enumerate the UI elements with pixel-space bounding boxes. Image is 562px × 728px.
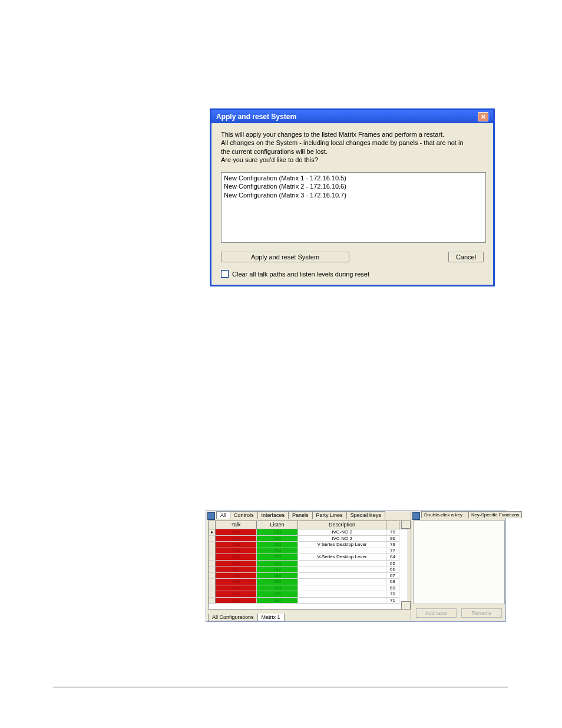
grid-header: Talk Listen Description [209,521,408,529]
cell-listen[interactable]: 191 [257,591,298,598]
cell-talk[interactable]: 185 [216,554,257,561]
cell-listen[interactable]: 141 [257,536,298,542]
tab-double-click-hint[interactable]: Double-click a key... [421,511,469,518]
dialog-button-row: Apply and reset System Cancel [221,252,484,262]
cell-listen[interactable]: 187 [257,566,298,573]
list-item[interactable]: New Configuration (Matrix 1 - 172.16.10.… [224,174,483,182]
cell-num[interactable]: 65 [386,561,399,567]
list-item[interactable]: New Configuration (Matrix 2 - 172.16.10.… [224,182,483,190]
scroll-up-button[interactable] [401,521,411,529]
tab-interfaces[interactable]: Interfaces [257,511,289,519]
cell-num[interactable]: 78 [386,542,399,548]
table-row[interactable]: 185185V-Series Desktop Lever64 [209,554,408,561]
table-row[interactable]: 18718766 [209,566,408,573]
cell-listen[interactable]: 188 [257,573,298,579]
tab-panels[interactable]: Panels [288,511,313,519]
tab-all[interactable]: All [216,511,230,519]
configurations-listbox[interactable]: New Configuration (Matrix 1 - 172.16.10.… [221,172,486,243]
separator [53,687,508,687]
close-button[interactable]: ✕ [478,112,488,121]
clear-paths-checkbox[interactable] [221,270,229,278]
cell-listen[interactable]: 189 [257,579,298,585]
table-row[interactable]: 19219271 [209,598,408,604]
cell-description[interactable]: IVC-NO 2 [298,529,386,536]
cell-description[interactable] [298,585,386,592]
cell-listen[interactable]: 140 [257,529,298,536]
tab-party-lines[interactable]: Party Lines [312,511,347,519]
cell-num[interactable]: 68 [386,579,399,585]
table-row[interactable]: 18618665 [209,561,408,567]
tab-matrix-1[interactable]: Matrix 1 [257,614,285,621]
cell-listen[interactable]: 185 [257,554,298,561]
table-row[interactable]: 18818867 [209,573,408,579]
table-row[interactable]: 19019069 [209,585,408,592]
col-header-talk[interactable]: Talk [216,521,257,529]
cell-num[interactable]: 64 [386,554,399,561]
cell-talk[interactable]: 187 [216,566,257,573]
cell-talk[interactable]: 188 [216,573,257,579]
row-header [209,554,216,561]
cell-description[interactable] [298,566,386,573]
tab-controls[interactable]: Controls [230,511,258,519]
cell-description[interactable] [298,591,386,598]
cell-listen[interactable]: 192 [257,598,298,604]
refresh-icon[interactable] [412,512,420,520]
cell-num[interactable]: 69 [386,585,399,592]
cell-talk[interactable]: 190 [216,585,257,592]
labels-grid: Talk Listen Description ▸140140IVC-NO 27… [208,521,408,610]
table-row[interactable]: ▸140140IVC-NO 279 [209,529,408,536]
cancel-button[interactable]: Cancel [448,252,484,262]
cell-description[interactable] [298,561,386,567]
cell-listen[interactable]: 190 [257,585,298,592]
cell-talk[interactable]: 183 [216,542,257,548]
add-label-button[interactable]: Add label [416,608,457,618]
cell-talk[interactable]: 184 [216,548,257,555]
cell-description[interactable] [298,598,386,604]
rename-button[interactable]: Rename [461,608,502,618]
cell-num[interactable]: 80 [386,536,399,542]
refresh-icon[interactable] [207,512,215,520]
cell-num[interactable]: 77 [386,548,399,555]
cell-num[interactable]: 66 [386,566,399,573]
tab-key-specific[interactable]: Key-Specific Functions [468,511,522,518]
dialog-body: This will apply your changes to the list… [211,123,493,250]
cell-talk[interactable]: 186 [216,561,257,567]
cell-talk[interactable]: 192 [216,598,257,604]
cell-num[interactable]: 67 [386,573,399,579]
tabs-bottom: All Configurations Matrix 1 [208,614,284,621]
cell-listen[interactable]: 183 [257,542,298,548]
cell-listen[interactable]: 186 [257,561,298,567]
cell-description[interactable]: IVC-NO 2 [298,536,386,542]
table-row[interactable]: 18418477 [209,548,408,555]
close-icon: ✕ [481,114,486,120]
labels-grid-pane: All Controls Interfaces Panels Party Lin… [206,511,411,621]
col-header-listen[interactable]: Listen [257,521,298,529]
cell-listen[interactable]: 184 [257,548,298,555]
cell-num[interactable]: 71 [386,598,399,604]
row-header-blank [209,521,216,529]
tab-all-configs[interactable]: All Configurations [208,614,258,621]
cell-talk[interactable]: 189 [216,579,257,585]
cell-talk[interactable]: 140 [216,529,257,536]
cell-description[interactable] [298,579,386,585]
row-header: ▸ [209,529,216,536]
tabs-top: All Controls Interfaces Panels Party Lin… [216,511,385,519]
table-row[interactable]: 141141IVC-NO 280 [209,536,408,542]
cell-talk[interactable]: 141 [216,536,257,542]
cell-description[interactable] [298,548,386,555]
list-item[interactable]: New Configuration (Matrix 3 - 172.16.10.… [224,191,483,199]
cell-description[interactable] [298,573,386,579]
cell-description[interactable]: V-Series Desktop Lever [298,542,386,548]
col-header-description[interactable]: Description [298,521,386,529]
scroll-down-button[interactable] [401,601,411,610]
cell-num[interactable]: 70 [386,591,399,598]
table-row[interactable]: 19119170 [209,591,408,598]
tab-special-keys[interactable]: Special Keys [346,511,385,519]
cell-talk[interactable]: 191 [216,591,257,598]
row-header [209,598,216,604]
cell-num[interactable]: 79 [386,529,399,536]
table-row[interactable]: 183183V-Series Desktop Lever78 [209,542,408,548]
apply-reset-button[interactable]: Apply and reset System [221,252,349,262]
table-row[interactable]: 18918968 [209,579,408,585]
cell-description[interactable]: V-Series Desktop Lever [298,554,386,561]
